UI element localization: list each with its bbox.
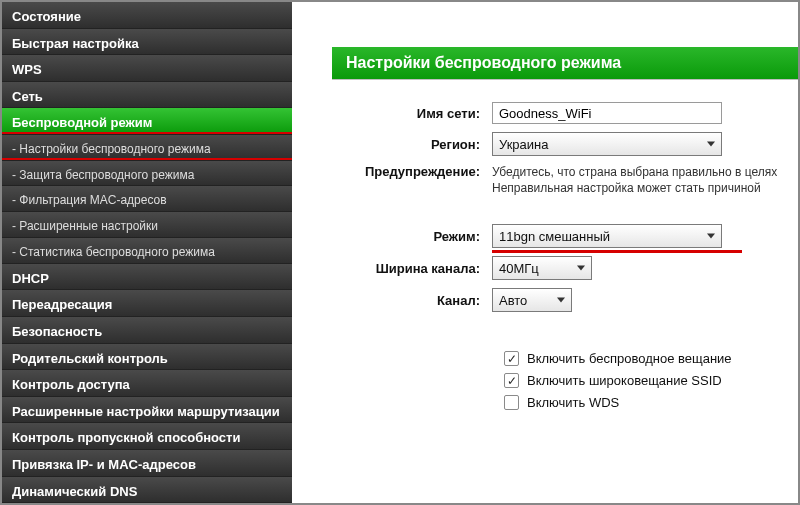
sidebar-sub-wireless-settings[interactable]: - Настройки беспроводного режима: [2, 135, 292, 161]
row-region: Регион: Украина: [332, 132, 798, 156]
checkbox-enable-wireless[interactable]: [504, 351, 519, 366]
sidebar-sub-statistics[interactable]: - Статистика беспроводного режима: [2, 238, 292, 264]
sidebar-item-access[interactable]: Контроль доступа: [2, 370, 292, 397]
sidebar-item-label: Быстрая настройка: [12, 36, 139, 51]
sidebar-item-routing[interactable]: Расширенные настройки маршрутизации: [2, 397, 292, 424]
sidebar-item-label: Сеть: [12, 89, 43, 104]
region-value: Украина: [499, 137, 549, 152]
sidebar-sub-mac-filter[interactable]: - Фильтрация MAC-адресов: [2, 186, 292, 212]
sidebar-item-label: Родительский контроль: [12, 351, 168, 366]
sidebar-sub-advanced[interactable]: - Расширенные настройки: [2, 212, 292, 238]
sidebar-item-dhcp[interactable]: DHCP: [2, 264, 292, 291]
label-enable-ssid-broadcast: Включить широковещание SSID: [527, 373, 722, 388]
main-panel: Настройки беспроводного режима Имя сети:…: [292, 2, 798, 503]
sidebar-item-label: - Статистика беспроводного режима: [12, 245, 215, 259]
row-channel: Канал: Авто: [332, 288, 798, 312]
sidebar-item-bandwidth[interactable]: Контроль пропускной способности: [2, 423, 292, 450]
row-warning: Предупреждение: Убедитесь, что страна вы…: [332, 164, 798, 196]
mode-select[interactable]: 11bgn смешанный: [492, 224, 722, 248]
sidebar-item-label: WPS: [12, 62, 42, 77]
warning-line1: Убедитесь, что страна выбрана правильно …: [492, 165, 777, 179]
label-warning: Предупреждение:: [332, 164, 492, 179]
sidebar-item-parental[interactable]: Родительский контроль: [2, 344, 292, 371]
label-channel-width: Ширина канала:: [332, 261, 492, 276]
sidebar-item-label: Состояние: [12, 9, 81, 24]
checkbox-enable-wds[interactable]: [504, 395, 519, 410]
channel-width-value: 40МГц: [499, 261, 539, 276]
label-channel: Канал:: [332, 293, 492, 308]
label-enable-wds: Включить WDS: [527, 395, 619, 410]
sidebar-item-label: Привязка IP- и MAC-адресов: [12, 457, 196, 472]
sidebar-item-forwarding[interactable]: Переадресация: [2, 290, 292, 317]
sidebar-sub-wireless-security[interactable]: - Защита беспроводного режима: [2, 161, 292, 187]
row-channel-width: Ширина канала: 40МГц: [332, 256, 798, 280]
region-select[interactable]: Украина: [492, 132, 722, 156]
row-ssid: Имя сети:: [332, 102, 798, 124]
wireless-form: Имя сети: Регион: Украина Предупреждение…: [332, 102, 798, 410]
chevron-down-icon: [707, 234, 715, 239]
app-window: Состояние Быстрая настройка WPS Сеть Бес…: [0, 0, 800, 505]
chevron-down-icon: [577, 266, 585, 271]
sidebar-item-label: Беспроводной режим: [12, 115, 152, 130]
chevron-down-icon: [707, 142, 715, 147]
sidebar-item-label: Динамический DNS: [12, 484, 137, 499]
mode-value: 11bgn смешанный: [499, 229, 610, 244]
channel-value: Авто: [499, 293, 527, 308]
channel-width-select[interactable]: 40МГц: [492, 256, 592, 280]
warning-text: Убедитесь, что страна выбрана правильно …: [492, 164, 777, 196]
panel-title-wrap: Настройки беспроводного режима: [332, 47, 798, 79]
checkbox-enable-ssid-broadcast[interactable]: [504, 373, 519, 388]
channel-select[interactable]: Авто: [492, 288, 572, 312]
sidebar-item-label: Переадресация: [12, 297, 112, 312]
sidebar-item-network[interactable]: Сеть: [2, 82, 292, 109]
sidebar-item-label: Контроль доступа: [12, 377, 130, 392]
sidebar-item-label: Безопасность: [12, 324, 102, 339]
sidebar-item-label: - Фильтрация MAC-адресов: [12, 193, 167, 207]
label-mode: Режим:: [332, 229, 492, 244]
sidebar-item-label: - Расширенные настройки: [12, 219, 158, 233]
spacer: [332, 320, 798, 344]
row-enable-wds: Включить WDS: [504, 395, 798, 410]
ssid-input[interactable]: [492, 102, 722, 124]
sidebar-item-status[interactable]: Состояние: [2, 2, 292, 29]
sidebar-item-security[interactable]: Безопасность: [2, 317, 292, 344]
row-mode: Режим: 11bgn смешанный: [332, 224, 798, 248]
sidebar-item-ipmac[interactable]: Привязка IP- и MAC-адресов: [2, 450, 292, 477]
warning-line2: Неправильная настройка может стать причи…: [492, 181, 761, 195]
chevron-down-icon: [557, 298, 565, 303]
sidebar-item-label: - Защита беспроводного режима: [12, 168, 194, 182]
row-enable-ssid-broadcast: Включить широковещание SSID: [504, 373, 798, 388]
label-enable-wireless: Включить беспроводное вещание: [527, 351, 732, 366]
label-region: Регион:: [332, 137, 492, 152]
sidebar-item-label: - Настройки беспроводного режима: [12, 142, 211, 156]
sidebar-item-label: DHCP: [12, 271, 49, 286]
sidebar-item-quicksetup[interactable]: Быстрая настройка: [2, 29, 292, 56]
sidebar-item-wireless[interactable]: Беспроводной режим: [2, 108, 292, 135]
highlight-underline: [492, 250, 742, 253]
spacer: [332, 204, 798, 224]
sidebar-item-label: Контроль пропускной способности: [12, 430, 240, 445]
panel-title: Настройки беспроводного режима: [332, 47, 798, 79]
row-enable-wireless: Включить беспроводное вещание: [504, 351, 798, 366]
sidebar-item-wps[interactable]: WPS: [2, 55, 292, 82]
sidebar-item-ddns[interactable]: Динамический DNS: [2, 477, 292, 504]
divider: [332, 79, 798, 80]
sidebar-item-label: Расширенные настройки маршрутизации: [12, 404, 280, 419]
sidebar: Состояние Быстрая настройка WPS Сеть Бес…: [2, 2, 292, 503]
label-ssid: Имя сети:: [332, 106, 492, 121]
